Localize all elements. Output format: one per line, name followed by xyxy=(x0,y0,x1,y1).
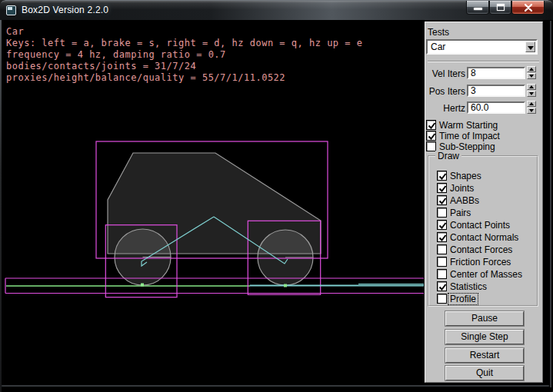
checkbox-box[interactable] xyxy=(437,232,447,242)
arrow-up-icon xyxy=(529,68,534,71)
checkbox-box[interactable] xyxy=(437,281,447,291)
checkbox-box[interactable] xyxy=(437,244,447,254)
check-icon xyxy=(427,131,437,141)
hertz-up-button[interactable] xyxy=(527,101,536,107)
checkbox-label: Joints xyxy=(450,183,474,194)
tests-dropdown-value: Car xyxy=(431,42,445,52)
hertz-stepper xyxy=(527,101,536,114)
tests-dropdown[interactable]: Car xyxy=(426,39,538,55)
maximize-button[interactable] xyxy=(489,1,511,15)
checkbox-box[interactable] xyxy=(426,131,436,141)
contact-point-front xyxy=(284,284,287,287)
arrow-down-icon xyxy=(529,75,534,78)
checkbox-label: Time of Impact xyxy=(439,131,500,141)
vel-iters-field[interactable]: 8 xyxy=(467,67,525,79)
separator xyxy=(428,61,539,62)
app-icon xyxy=(6,5,16,15)
checkbox-label: Shapes xyxy=(450,171,481,181)
hertz-field[interactable]: 60.0 xyxy=(467,101,525,114)
checkbox-label: Contact Normals xyxy=(450,232,518,243)
checkbox-box[interactable] xyxy=(437,183,447,193)
minimize-icon xyxy=(474,8,482,10)
close-icon xyxy=(525,4,532,12)
arrow-up-icon xyxy=(529,85,534,88)
checkbox-box[interactable] xyxy=(437,220,447,230)
checkbox-box[interactable] xyxy=(437,171,447,181)
checkbox-box[interactable] xyxy=(437,269,447,279)
stats-line-frequency: frequency = 4 hz, damping ratio = 0.7 xyxy=(6,49,362,61)
maximize-icon xyxy=(497,4,505,11)
vel-iters-down-button[interactable] xyxy=(527,73,536,79)
checkbox-label: Contact Points xyxy=(450,220,510,231)
contact-point-rear xyxy=(141,284,144,287)
checkbox-label: AABBs xyxy=(450,195,479,206)
vel-iters-up-button[interactable] xyxy=(527,66,536,72)
pos-iters-down-button[interactable] xyxy=(527,91,536,97)
check-icon xyxy=(438,221,448,231)
checkbox-box[interactable] xyxy=(437,195,447,205)
check-icon xyxy=(438,196,448,206)
tests-dropdown-button[interactable] xyxy=(525,42,535,52)
vel-iters-stepper xyxy=(527,66,536,79)
minimize-button[interactable] xyxy=(466,1,489,15)
window-controls xyxy=(466,1,545,15)
simulation-canvas[interactable]: CarKeys: left = a, brake = s, right = d,… xyxy=(2,21,424,387)
checkbox-label: Profile xyxy=(448,294,478,304)
stats-line-bodies: bodies/contacts/joints = 31/7/24 xyxy=(6,61,362,72)
app-window: Box2D Version 2.2.0 xyxy=(0,0,553,392)
restart-button[interactable]: Restart xyxy=(445,348,524,363)
checkbox-label: Statistics xyxy=(450,281,487,292)
checkbox-box[interactable] xyxy=(437,208,447,218)
checkbox-label: Pairs xyxy=(450,208,471,218)
single-step-button[interactable]: Single Step xyxy=(445,330,524,344)
draw-group-label: Draw xyxy=(435,151,461,161)
stats-line-proxies: proxies/height/balance/quality = 55/7/1/… xyxy=(6,72,362,84)
pos-iters-stepper xyxy=(527,84,536,97)
check-icon xyxy=(438,184,448,194)
arrow-up-icon xyxy=(529,102,534,105)
quit-button[interactable]: Quit xyxy=(445,366,524,380)
stats-line-title: Car xyxy=(6,26,362,38)
title-bar[interactable]: Box2D Version 2.2.0 xyxy=(0,0,553,20)
vel-iters-label: Vel Iters xyxy=(425,68,465,79)
window-title: Box2D Version 2.2.0 xyxy=(22,5,108,15)
control-panel: Tests Car Vel Iters 8 Pos Iters 3 Hertz … xyxy=(425,22,543,383)
check-icon xyxy=(438,171,448,181)
checkbox-label: Friction Forces xyxy=(450,257,511,267)
check-icon xyxy=(427,121,437,131)
checkbox-label: Warm Starting xyxy=(439,120,498,131)
debug-stats-text: CarKeys: left = a, brake = s, right = d,… xyxy=(6,26,362,107)
arrow-down-icon xyxy=(529,109,534,112)
pos-iters-field[interactable]: 3 xyxy=(467,85,525,97)
checkbox-label: Center of Masses xyxy=(450,269,522,280)
checkbox-box[interactable] xyxy=(437,257,447,267)
checkbox-box[interactable] xyxy=(426,120,436,130)
tests-label: Tests xyxy=(428,27,449,38)
check-icon xyxy=(438,282,448,292)
chevron-down-icon xyxy=(528,46,534,50)
window-frame-left xyxy=(0,20,2,392)
hertz-label: Hertz xyxy=(425,103,465,114)
arrow-down-icon xyxy=(529,92,534,95)
pos-iters-label: Pos Iters xyxy=(425,86,465,97)
pause-button[interactable]: Pause xyxy=(445,311,524,326)
window-frame-bottom xyxy=(2,385,549,387)
checkbox-box[interactable] xyxy=(437,294,447,304)
pos-iters-up-button[interactable] xyxy=(527,84,536,90)
close-button[interactable] xyxy=(511,1,545,15)
check-icon xyxy=(438,233,448,243)
window-frame-right xyxy=(550,21,551,387)
checkbox-label: Contact Forces xyxy=(450,244,512,255)
stats-line-keys: Keys: left = a, brake = s, right = d, hz… xyxy=(6,38,362,49)
hertz-down-button[interactable] xyxy=(527,108,536,114)
